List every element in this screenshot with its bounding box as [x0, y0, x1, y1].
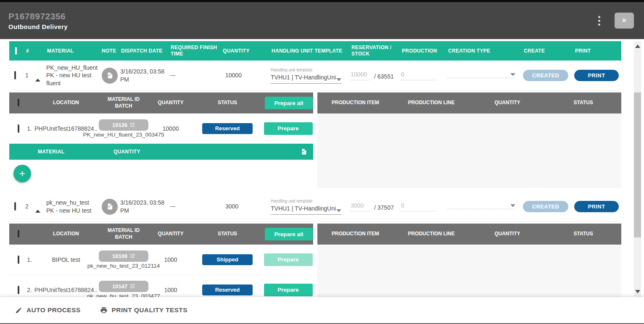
col-materials-material: MATERIAL [38, 149, 113, 155]
row2-material: pk_new_hu_test PK - new HU test [45, 197, 99, 216]
row2-number: 2 [24, 201, 34, 212]
close-button[interactable]: × [615, 13, 634, 29]
prepare-all-button[interactable]: Prepare all [265, 228, 313, 240]
prepare-button-disabled[interactable]: Prepare [264, 253, 313, 266]
material-id-badge[interactable]: 10147 [99, 281, 148, 292]
row1-hu-template-label: Handling unit template [271, 67, 347, 73]
material-id-badge[interactable]: 10108 [99, 250, 148, 262]
col-hu-template: HANDLING UNIT TEMPLATE [269, 46, 349, 56]
prepare-button[interactable]: Prepare [264, 122, 313, 135]
pencil-icon [15, 307, 22, 314]
col-production-quantity: QUANTITY [470, 98, 546, 108]
material-id-badge[interactable]: 10126 [99, 119, 148, 131]
row1-print-button[interactable]: PRINT [574, 70, 619, 81]
row2-stock-panel: LOCATION MATERIAL ID BATCH QUANTITY STAT… [9, 224, 313, 300]
stock-row: 2. PHPUnitTest16788824... 10147 pk_new_h… [9, 275, 313, 300]
row2-checkbox[interactable] [14, 202, 16, 211]
col-location: LOCATION [34, 229, 98, 239]
col-dispatch-date: DISPATCH DATE [119, 46, 168, 56]
row2-quantity: 3000 [220, 201, 269, 212]
col-material: MATERIAL [45, 46, 99, 56]
stock-row-number: 1. [24, 256, 34, 263]
col-production-status: STATUS [545, 98, 621, 108]
stock-row-checkbox[interactable] [18, 256, 19, 264]
add-material-button[interactable]: + [13, 165, 31, 182]
vertical-scrollbar[interactable] [634, 41, 641, 297]
production-table-header: PRODUCTION ITEM PRODUCTION LINE QUANTITY… [317, 92, 621, 113]
row1-stock-panel: LOCATION MATERIAL ID BATCH QUANTITY STAT… [9, 92, 313, 188]
chevron-down-icon [336, 209, 341, 212]
col-material-id-batch: MATERIAL ID BATCH [98, 226, 150, 242]
stock-row-quantity: 1000 [150, 287, 192, 293]
col-quantity: QUANTITY [220, 46, 269, 56]
col-production-item: PRODUCTION ITEM [317, 98, 393, 108]
row2-hu-template-select[interactable]: TVHU1 | TV-HandlingUni... [271, 205, 341, 215]
row1-note-button[interactable] [102, 68, 118, 84]
row1-material-code: PK_new_HU_fluent [46, 64, 98, 71]
delivery-row-2: 2 pk_new_hu_test PK - new HU test 3/16/2… [9, 192, 621, 222]
auto-process-button[interactable]: AUTO PROCESS [15, 306, 81, 314]
row1-collapse-icon[interactable] [35, 72, 40, 82]
stock-row-quantity: 10000 [150, 125, 192, 132]
stock-row-checkbox[interactable] [18, 124, 19, 133]
stock-row-checkbox[interactable] [18, 286, 19, 294]
col-stock-status: STATUS [192, 229, 263, 239]
row1-created-button[interactable]: CREATED [523, 70, 568, 81]
delivery-row-1: 1 PK_new_HU_fluent PK - new HU test flue… [9, 61, 621, 91]
row2-reserved-input[interactable]: 3000 [351, 202, 370, 211]
row2-note-button[interactable] [102, 199, 118, 215]
scrollbar-thumb[interactable] [634, 92, 641, 237]
prepare-all-button[interactable]: Prepare all [265, 97, 313, 109]
row2-print-button[interactable]: PRINT [574, 201, 619, 212]
col-production-quantity: QUANTITY [470, 229, 546, 239]
select-all-checkbox[interactable] [15, 47, 17, 55]
chevron-down-icon [510, 73, 515, 76]
row2-created-button[interactable]: CREATED [523, 201, 568, 212]
row1-material: PK_new_HU_fluent PK - new HU test fluent [45, 62, 99, 89]
row1-reserved-input[interactable]: 10000 [351, 71, 370, 80]
status-badge: Reserved [202, 284, 253, 295]
row1-stock-total: / 63551 [374, 73, 394, 80]
col-stock-status: STATUS [192, 98, 263, 108]
row1-production-input[interactable]: 0 [401, 71, 436, 80]
delivery-table: # MATERIAL NOTE DISPATCH DATE REQUIRED F… [9, 41, 621, 300]
status-badge: Reserved [202, 123, 253, 134]
prepare-button[interactable]: Prepare [264, 284, 313, 296]
production-table-body [317, 113, 621, 188]
scroll-down-icon[interactable] [635, 290, 640, 293]
row1-required-finish-time: --- [168, 70, 220, 81]
print-quality-tests-button[interactable]: PRINT QUALITY TESTS [100, 306, 187, 314]
row1-hu-template-select[interactable]: TVHU1 | TV-HandlingUni... [271, 74, 341, 84]
row1-dispatch-date: 3/16/2023, 03:58 PM [119, 66, 168, 84]
stock-select-all-checkbox[interactable] [18, 99, 19, 106]
row2-production-input[interactable]: 0 [401, 202, 436, 211]
col-print: PRINT [573, 46, 621, 56]
external-link-icon [130, 122, 135, 127]
page-subtitle: Outbound Delivery [8, 23, 68, 30]
row1-quantity: 10000 [220, 70, 269, 81]
titlebar-actions: × [596, 13, 634, 29]
col-num: # [24, 46, 34, 56]
col-production-status: STATUS [545, 229, 621, 239]
row1-creation-type-select[interactable] [447, 73, 515, 78]
row2-stock-total: / 37507 [374, 204, 394, 211]
stock-row: 1. PHPUnitTest16788824... 10126 PK_new_H… [9, 113, 313, 144]
stock-row: 1. BIPOL test 10108 pk_new_hu_test_23_01… [9, 245, 313, 275]
row1-checkbox[interactable] [14, 71, 16, 79]
assign-material-icon[interactable] [301, 148, 307, 155]
stock-table-header: LOCATION MATERIAL ID BATCH QUANTITY STAT… [9, 224, 313, 245]
col-stock-quantity: QUANTITY [150, 98, 192, 108]
stock-select-all-checkbox[interactable] [18, 230, 19, 237]
scroll-up-icon[interactable] [635, 45, 640, 48]
row2-creation-type-select[interactable] [447, 204, 515, 209]
note-document-icon [106, 203, 113, 210]
row2-dispatch-date: 3/16/2023, 03:58 PM [119, 197, 168, 216]
row1-number: 1 [24, 70, 34, 81]
titlebar-titles: P1678972356 Outbound Delivery [8, 11, 68, 30]
kebab-menu-icon[interactable] [596, 14, 602, 27]
stock-row-location: PHPUnitTest16788824... [34, 125, 98, 132]
col-production-line: PRODUCTION LINE [393, 229, 470, 239]
row2-detail-panels: LOCATION MATERIAL ID BATCH QUANTITY STAT… [9, 224, 621, 300]
printer-icon [100, 306, 108, 314]
row2-collapse-icon[interactable] [35, 203, 40, 213]
